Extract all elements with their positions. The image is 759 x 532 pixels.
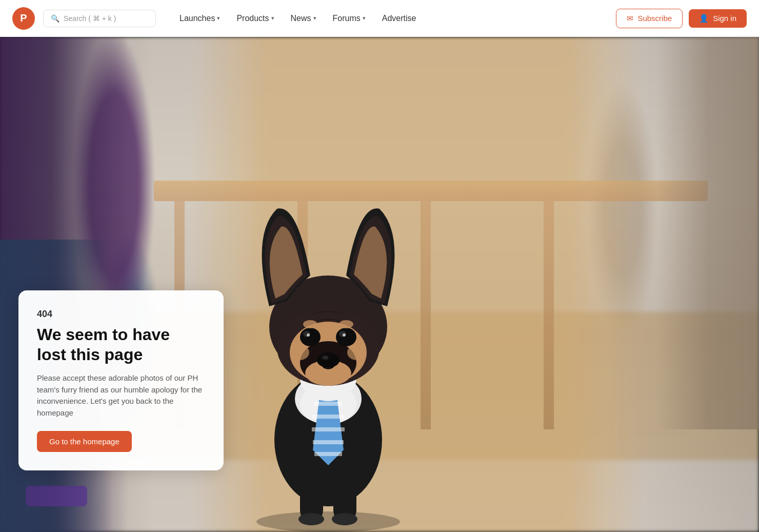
chevron-down-icon: ▾ — [363, 15, 366, 22]
svg-point-30 — [303, 320, 317, 328]
dog-svg — [221, 132, 436, 532]
ambient-overlay-right — [605, 37, 759, 532]
subscribe-icon: ✉ — [627, 14, 633, 23]
go-to-homepage-button[interactable]: Go to the homepage — [37, 431, 132, 452]
search-placeholder-text: Search ( ⌘ + k ) — [64, 14, 116, 23]
search-icon: 🔍 — [51, 14, 59, 23]
error-card: 404 We seem to have lost this page Pleas… — [18, 290, 224, 470]
signin-icon: 👤 — [699, 14, 709, 23]
dog-image — [221, 132, 436, 532]
nav-actions: ✉ Subscribe 👤 Sign in — [616, 9, 747, 28]
navbar: P 🔍 Search ( ⌘ + k ) Launches ▾ Products… — [0, 0, 759, 37]
chevron-down-icon: ▾ — [313, 15, 316, 22]
subscribe-button[interactable]: ✉ Subscribe — [616, 9, 683, 28]
nav-item-launches[interactable]: Launches ▾ — [172, 10, 227, 27]
svg-point-13 — [298, 513, 324, 525]
error-title: We seem to have lost this page — [37, 325, 205, 364]
chevron-down-icon: ▾ — [271, 15, 274, 22]
svg-point-22 — [336, 328, 356, 346]
error-code: 404 — [37, 309, 205, 320]
nav-links: Launches ▾ Products ▾ News ▾ Forums ▾ Ad… — [172, 10, 612, 27]
svg-point-21 — [300, 328, 321, 346]
nav-item-products[interactable]: Products ▾ — [229, 10, 281, 27]
svg-point-33 — [347, 345, 366, 360]
error-description: Please accept these adorable photos of o… — [37, 372, 205, 419]
signin-button[interactable]: 👤 Sign in — [689, 9, 747, 28]
svg-point-26 — [343, 333, 346, 337]
nav-item-news[interactable]: News ▾ — [284, 10, 324, 27]
svg-point-0 — [256, 511, 400, 532]
search-bar[interactable]: 🔍 Search ( ⌘ + k ) — [43, 10, 156, 27]
svg-point-27 — [317, 352, 339, 368]
svg-point-29 — [323, 356, 328, 359]
svg-point-31 — [339, 320, 353, 328]
chevron-down-icon: ▾ — [217, 15, 220, 22]
logo[interactable]: P — [12, 7, 35, 30]
nav-item-advertise[interactable]: Advertise — [375, 10, 424, 27]
svg-point-32 — [291, 345, 309, 360]
nav-item-forums[interactable]: Forums ▾ — [326, 10, 373, 27]
svg-point-14 — [332, 513, 357, 525]
svg-point-25 — [307, 333, 310, 337]
table-leg — [544, 201, 554, 429]
